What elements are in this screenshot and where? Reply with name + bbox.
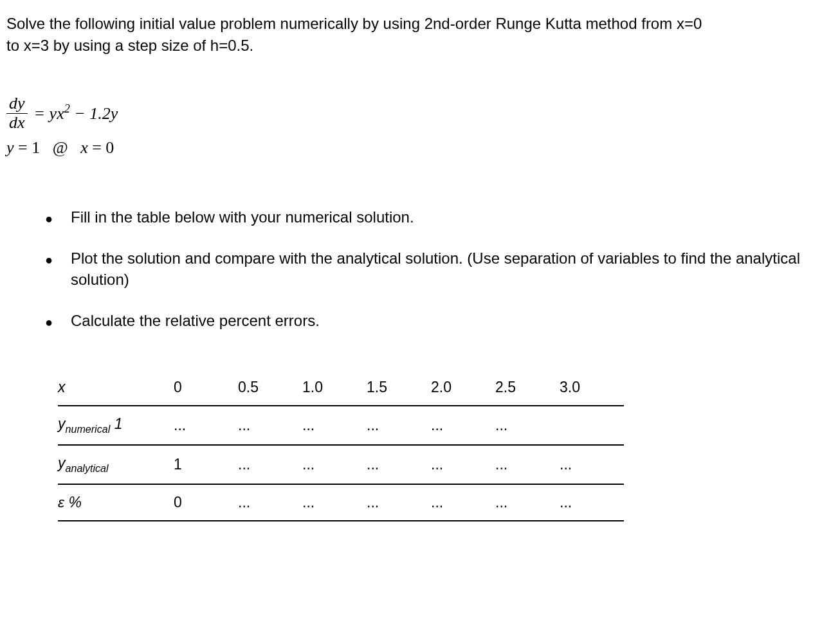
cell: ...: [367, 445, 431, 484]
bullet-text: Plot the solution and compare with the a…: [71, 248, 834, 291]
table-row-epsilon: ε % 0 ... ... ... ... ... ...: [58, 484, 624, 521]
problem-line1: Solve the following initial value proble…: [6, 15, 702, 32]
cell: ...: [560, 484, 624, 521]
results-table: x 0 0.5 1.0 1.5 2.0 2.5 3.0 ynumerical 1…: [58, 370, 834, 521]
cell: ...: [302, 406, 367, 445]
fraction-dy-dx: dy dx: [6, 95, 28, 132]
row-label-yanalytical: yanalytical: [58, 445, 174, 484]
cell: 2.5: [495, 370, 560, 406]
row-label-ynumerical: ynumerical 1: [58, 406, 174, 445]
row-label-epsilon: ε %: [58, 484, 174, 521]
cell: 1.0: [302, 370, 367, 406]
row-label-x: x: [58, 370, 174, 406]
cell: ...: [302, 484, 367, 521]
bullet-dot-icon: ●: [45, 206, 71, 228]
cell: ...: [367, 484, 431, 521]
cell: 0: [174, 484, 238, 521]
table-row-yanalytical: yanalytical 1 ... ... ... ... ... ...: [58, 445, 624, 484]
bullet-item: ● Fill in the table below with your nume…: [45, 206, 834, 228]
cell: 1: [174, 445, 238, 484]
cell: ...: [238, 406, 302, 445]
task-list: ● Fill in the table below with your nume…: [45, 206, 834, 331]
bullet-dot-icon: ●: [45, 248, 71, 291]
cell: ...: [560, 445, 624, 484]
bullet-item: ● Calculate the relative percent errors.: [45, 310, 834, 332]
cell: ...: [431, 445, 495, 484]
cell: [560, 406, 624, 445]
bullet-text: Fill in the table below with your numeri…: [71, 206, 834, 228]
cell: 2.0: [431, 370, 495, 406]
cell: ...: [174, 406, 238, 445]
cell: ...: [431, 484, 495, 521]
bullet-dot-icon: ●: [45, 310, 71, 332]
initial-condition: y = 1 @ x = 0: [6, 134, 834, 161]
cell: 0.5: [238, 370, 302, 406]
bullet-item: ● Plot the solution and compare with the…: [45, 248, 834, 291]
cell: ...: [238, 445, 302, 484]
cell: 1.5: [367, 370, 431, 406]
equation-block: dy dx = yx2 − 1.2y y = 1 @ x = 0: [6, 95, 834, 161]
cell: 3.0: [560, 370, 624, 406]
cell: ...: [495, 445, 560, 484]
table-row-ynumerical: ynumerical 1 ... ... ... ... ... ...: [58, 406, 624, 445]
problem-statement: Solve the following initial value proble…: [6, 13, 834, 56]
problem-line2: to x=3 by using a step size of h=0.5.: [6, 37, 253, 54]
cell: ...: [495, 484, 560, 521]
cell: 0: [174, 370, 238, 406]
ode-equation: dy dx = yx2 − 1.2y: [6, 95, 834, 132]
bullet-text: Calculate the relative percent errors.: [71, 310, 834, 332]
table-row-x: x 0 0.5 1.0 1.5 2.0 2.5 3.0: [58, 370, 624, 406]
cell: ...: [367, 406, 431, 445]
cell: ...: [495, 406, 560, 445]
cell: ...: [238, 484, 302, 521]
cell: ...: [431, 406, 495, 445]
cell: ...: [302, 445, 367, 484]
